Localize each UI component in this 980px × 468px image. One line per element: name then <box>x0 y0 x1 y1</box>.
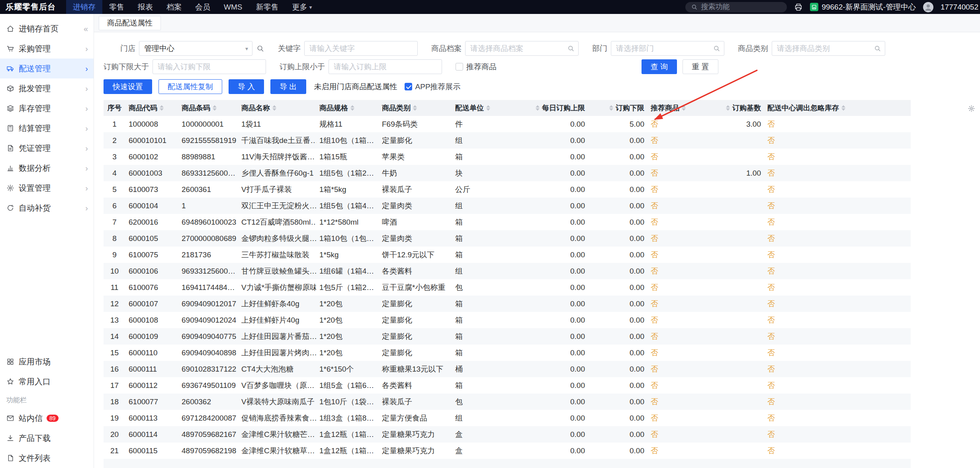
printer-icon[interactable] <box>794 3 803 12</box>
table-row[interactable]: 1660001116901028317122CT4大大泡泡糖1*6*150个称重… <box>104 361 911 377</box>
filter-input-min-limit[interactable] <box>153 59 266 74</box>
search-icon[interactable] <box>713 45 720 52</box>
col-header-ignore[interactable]: 配送中心调出忽略库存 <box>764 100 872 116</box>
sidebar-item-voucher[interactable]: 凭证管理› <box>0 138 94 158</box>
sort-icon[interactable] <box>350 105 354 111</box>
collapse-icon[interactable]: « <box>84 24 88 33</box>
sidebar-item-app-market[interactable]: 应用市场 <box>0 352 94 372</box>
cell-base <box>719 263 764 279</box>
sidebar-item-file-list[interactable]: 文件列表 <box>0 448 94 468</box>
copy-attr-button[interactable]: 配送属性复制 <box>158 79 222 94</box>
table-row[interactable]: 46000100386933125600…乡俚人香酥鱼仔60g-11组5包（1箱… <box>104 165 911 181</box>
col-header-base[interactable]: 订购基数 <box>719 100 764 116</box>
table-row[interactable]: 860001052700000080689金锣肉粒多特级火腿…1箱10包（1包…… <box>104 230 911 247</box>
sort-icon[interactable] <box>726 105 730 111</box>
table-row[interactable]: 10600010696933125600…甘竹牌豆豉鲮鱼罐头…1组6罐（1箱4…… <box>104 263 911 279</box>
table-row[interactable]: 1560001106909409040898上好佳田园薯片烤肉…1*20包定量膨… <box>104 345 911 361</box>
sidebar-item-product-download[interactable]: 产品下载 <box>0 428 94 448</box>
filter-input-max-limit[interactable] <box>329 59 442 74</box>
table-row[interactable]: 26000101016921555581919千滋百味我de土豆番…1组10包（… <box>104 132 911 149</box>
col-header-spec[interactable]: 商品规格 <box>316 100 379 116</box>
table-row[interactable]: 1260001076909409012017上好佳鲜虾条40g1*20包定量膨化… <box>104 296 911 312</box>
filter-input-keyword[interactable] <box>304 41 418 56</box>
table-row[interactable]: 1760001126936749501109V百梦多咖喱块（原…1组5盒（1箱6… <box>104 377 911 394</box>
table-row[interactable]: 961000752181736三牛苏打椒盐味散装1*5kg饼干12.9元以下箱0… <box>104 247 911 263</box>
sort-icon[interactable] <box>213 105 217 111</box>
nav-item-more[interactable]: 更多▾ <box>285 0 319 14</box>
table-row[interactable]: 2160001154897059682198金津维C果汁软糖草…1盒12瓶（1箱… <box>104 443 911 459</box>
avatar[interactable] <box>923 2 933 12</box>
tab-product-delivery-attrs[interactable]: 商品配送属性 <box>99 16 161 30</box>
sidebar-item-wholesale[interactable]: 批发管理› <box>0 78 94 98</box>
table-row[interactable]: 1100000810000000011袋11规格11F69条码类件0.005.0… <box>104 116 911 132</box>
unenabled-store-attrs-link[interactable]: 未启用门店商品配送属性 <box>314 82 397 92</box>
nav-item-new-retail[interactable]: 新零售 <box>249 0 285 14</box>
sidebar-item-delivery[interactable]: 配送管理› <box>0 59 94 78</box>
table-row[interactable]: 11610007616941174484…V力诚*手撕仿蟹柳原味1包5斤（1箱2… <box>104 279 911 296</box>
table-row[interactable]: 360001028898988111V海天招牌拌饭酱…1箱15瓶苹果类箱0.00… <box>104 149 911 165</box>
col-header-category[interactable]: 商品类别 <box>379 100 452 116</box>
table-row[interactable]: 660001041双汇王中王无淀粉火…1组5包（1箱4…定量肉类组0.000.0… <box>104 198 911 214</box>
filter-input-department[interactable] <box>611 41 724 56</box>
sidebar-item-common-entry[interactable]: 常用入口 <box>0 372 94 392</box>
sort-icon[interactable] <box>841 105 845 111</box>
table-row[interactable]: 2060001144897059682167金津维C果汁软糖芒…1盒12瓶（1箱… <box>104 426 911 443</box>
sort-icon[interactable] <box>682 105 686 111</box>
sidebar-item-purchase[interactable]: 采购管理› <box>0 39 94 59</box>
sort-icon[interactable] <box>609 105 613 111</box>
cell-code: 1000008 <box>125 116 178 132</box>
table-row[interactable]: 1960001136971284200087促销海底捞香辣素食…1组3盒（1箱8… <box>104 410 911 426</box>
org-switcher[interactable]: 99662-新界面测试-管理中心 <box>810 2 916 12</box>
sort-asc-icon <box>841 105 845 108</box>
table-row[interactable]: 762000166948960100023CT12百威啤酒580ml…1*12*… <box>104 214 911 230</box>
sort-icon[interactable] <box>486 105 490 111</box>
col-header-name[interactable]: 商品名称 <box>238 100 316 116</box>
filter-input-product-archive[interactable] <box>465 41 579 56</box>
col-header-barcode[interactable]: 商品条码 <box>178 100 238 116</box>
filter-input-category[interactable] <box>772 41 885 56</box>
filter-select-store[interactable]: 管理中心▾ <box>139 41 252 56</box>
table-row[interactable]: 1861000772600362V裸装特大原味南瓜子1包10斤（1袋…裸装瓜子包… <box>104 394 911 410</box>
reset-button[interactable]: 重 置 <box>683 59 718 74</box>
sort-icon[interactable] <box>413 105 417 111</box>
sidebar-item-replenish[interactable]: 自动补货› <box>0 198 94 218</box>
col-header-recommended[interactable]: 推荐商品 <box>647 100 719 116</box>
sort-asc-icon <box>726 105 730 108</box>
sidebar-item-inbox[interactable]: 站内信89 <box>0 408 94 428</box>
col-header-unit[interactable]: 配送单位 <box>452 100 501 116</box>
table-row[interactable]: 1460001096909409040775上好佳田园薯片番茄…1*20包定量膨… <box>104 328 911 345</box>
nav-item-jxc[interactable]: 进销存 <box>66 0 102 14</box>
sidebar-item-analysis[interactable]: 数据分析› <box>0 158 94 178</box>
export-button[interactable]: 导 出 <box>270 79 306 94</box>
sort-icon[interactable] <box>272 105 276 111</box>
search-icon[interactable] <box>874 45 881 52</box>
sidebar-item-home[interactable]: 进销存首页« <box>0 19 94 39</box>
table-row[interactable]: 1360001086909409012024上好佳鲜虾片40g1*20包定量膨化… <box>104 312 911 328</box>
query-button[interactable]: 查 询 <box>642 59 677 74</box>
cell-name: 上好佳田园薯片烤肉… <box>238 345 316 361</box>
table-row[interactable]: 561000732600361V打手瓜子裸装1箱*5kg裸装瓜子公斤0.000.… <box>104 181 911 198</box>
import-button[interactable]: 导 入 <box>229 79 264 94</box>
sort-icon[interactable] <box>160 105 164 111</box>
search-icon[interactable] <box>256 44 264 53</box>
nav-item-wms[interactable]: WMS <box>217 0 249 14</box>
search-input[interactable] <box>701 3 781 11</box>
global-search[interactable] <box>685 2 787 12</box>
nav-item-retail[interactable]: 零售 <box>102 0 131 14</box>
app-recommend-checkbox[interactable] <box>405 83 412 90</box>
quick-set-button[interactable]: 快速设置 <box>104 79 152 94</box>
col-header-code[interactable]: 商品代码 <box>125 100 178 116</box>
nav-item-archive[interactable]: 档案 <box>160 0 188 14</box>
nav-item-report[interactable]: 报表 <box>131 0 160 14</box>
user-phone[interactable]: 177740052 <box>941 3 978 12</box>
sidebar-item-settings[interactable]: 设置管理› <box>0 178 94 198</box>
col-header-order_min[interactable]: 订购下限 <box>588 100 647 116</box>
search-icon[interactable] <box>567 45 575 52</box>
column-settings-icon[interactable] <box>968 105 975 112</box>
nav-item-member[interactable]: 会员 <box>188 0 217 14</box>
sidebar-item-inventory[interactable]: 库存管理› <box>0 98 94 118</box>
sidebar-item-settlement[interactable]: 结算管理› <box>0 118 94 138</box>
recommended-checkbox[interactable] <box>456 63 463 70</box>
col-header-daily_max[interactable]: 每日订购上限 <box>501 100 588 116</box>
sort-icon[interactable] <box>536 105 540 111</box>
